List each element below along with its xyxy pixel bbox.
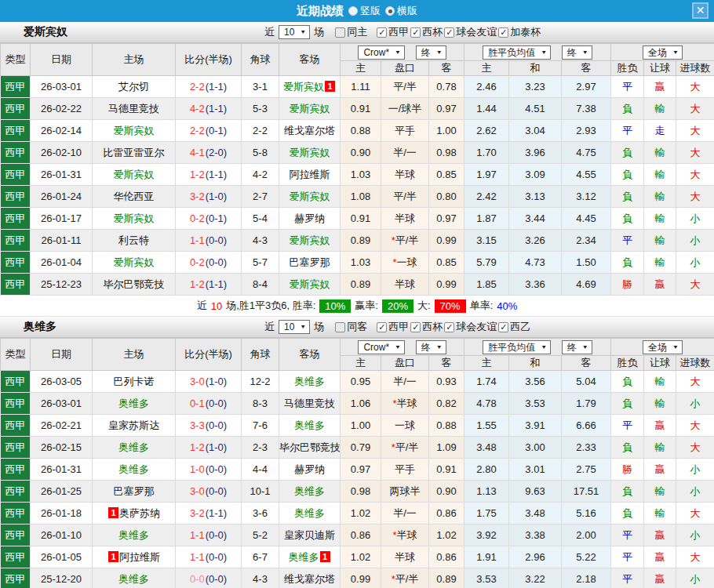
home-team-cell: 华伦西亚 [93, 186, 176, 208]
result-wl-cell: 勝 [611, 274, 644, 296]
halftime-score: (1-1) [206, 507, 227, 519]
fulltime-score: 3-0 [190, 376, 205, 387]
result-wl-cell: 平 [611, 415, 644, 437]
handicap-cell: 平/半 [381, 186, 429, 208]
bookmaker-select[interactable]: Crow*▼ [358, 340, 405, 354]
league-checkbox-segunda[interactable]: 西乙 [498, 320, 530, 334]
result-goals-cell: 大 [676, 98, 714, 120]
match-row: 西甲26-02-21皇家苏斯达3-3(0-0)7-6奥维多1.00一球0.881… [1, 415, 714, 437]
handicap-cell: *平/半 [381, 230, 429, 252]
odds-away-cell: 0.98 [429, 142, 464, 164]
odds-home-cell: 1.06 [341, 393, 381, 415]
result-handicap-cell: 輸 [644, 371, 676, 393]
league-checkbox-laliga[interactable]: 西甲 [377, 25, 409, 39]
odds-home-cell: 1.03 [341, 252, 381, 274]
away-team-name: 奥维多 [294, 376, 325, 387]
result-goals-cell: 大 [676, 274, 714, 296]
fulltime-score: 4-1 [190, 147, 205, 158]
same-venue-checkbox[interactable]: 同客 [335, 320, 367, 334]
final-odds-select[interactable]: 终▼ [416, 45, 446, 60]
corner-cell: 5-3 [242, 98, 279, 120]
result-wl-cell: 負 [611, 98, 644, 120]
final-value: 终 [421, 47, 431, 58]
wdl-draw-cell: 3.13 [509, 186, 562, 208]
league-cell: 西甲 [1, 208, 31, 230]
score-cell: 4-2(1-1) [176, 98, 242, 120]
odds-away-cell: 0.99 [429, 274, 464, 296]
wdl-draw-cell: 3.01 [509, 459, 562, 481]
score-cell: 1-1(0-0) [176, 546, 242, 568]
radio-icon [348, 6, 358, 16]
final-wdl-select[interactable]: 终▼ [562, 340, 592, 354]
home-team-name: 利云特 [118, 234, 149, 246]
away-team-cell: 巴塞罗那 [279, 252, 341, 274]
single-rate-label: 单率: [470, 299, 494, 313]
result-goals-cell: 大 [676, 76, 714, 98]
fulltime-score: 1-2 [190, 169, 205, 180]
close-button[interactable]: ✕ [692, 2, 709, 19]
corner-cell: 2-2 [242, 120, 279, 142]
odds-away-cell: 0.86 [429, 546, 464, 568]
result-wl-cell: 負 [611, 142, 644, 164]
league-checkbox-friendly[interactable]: 球会友谊 [444, 25, 497, 39]
handicap-cell: *平/半 [381, 437, 429, 459]
match-count-select[interactable]: 10 ▼ [279, 25, 310, 39]
halftime-score: (0-0) [206, 256, 227, 268]
radio-horizontal-label: 横版 [397, 4, 417, 18]
odds-away-cell: 0.78 [429, 76, 464, 98]
wdl-away-cell: 6.66 [562, 415, 611, 437]
match-row: 西甲26-02-15奥维多1-2(1-0)2-3毕尔巴鄂竞技0.79*平/半1.… [1, 437, 714, 459]
odds-home-cell: 0.79 [341, 437, 381, 459]
col-header-odds-home: 主 [341, 61, 381, 76]
league-label: 西甲 [388, 320, 409, 334]
league-checkbox-catalan[interactable]: 加泰杯 [498, 25, 541, 39]
league-checkbox-laliga[interactable]: 西甲 [377, 320, 409, 334]
match-row: 西甲26-01-04爱斯宾奴0-2(0-0)5-7巴塞罗那1.03*一球0.85… [1, 252, 714, 274]
date-cell: 26-01-05 [31, 546, 93, 568]
wdl-away-cell: 5.16 [562, 503, 611, 524]
odds-group-header: Crow*▼ 终▼ [341, 339, 464, 356]
fulltime-score: 1-2 [190, 278, 205, 290]
odds-home-cell: 0.91 [341, 98, 381, 120]
odds-home-cell: 0.90 [341, 142, 381, 164]
date-cell: 26-02-14 [31, 120, 93, 142]
match-count-select[interactable]: 10 ▼ [279, 320, 310, 334]
fulltime-score: 0-0 [190, 573, 205, 585]
col-header-wdl-away: 客 [562, 61, 611, 76]
away-team-name: 奥维多 [289, 551, 319, 563]
fulltime-score: 0-2 [190, 256, 205, 268]
radio-horizontal-layout[interactable]: 横版 [385, 4, 417, 18]
league-checkbox-friendly[interactable]: 球会友谊 [444, 320, 497, 334]
home-team-name: 爱斯宾奴 [114, 256, 155, 268]
wdl-avg-select[interactable]: 胜平负均值▼ [483, 45, 551, 60]
fulltime-score: 0-2 [190, 212, 205, 224]
away-team-cell: 阿拉维斯 [279, 164, 341, 186]
bookmaker-select[interactable]: Crow*▼ [358, 45, 405, 60]
score-cell: 1-2(1-1) [176, 164, 242, 186]
col-header-wdl-draw: 和 [509, 356, 562, 371]
fulltime-select[interactable]: 全场▼ [643, 45, 683, 60]
wdl-away-cell: 2.00 [562, 524, 611, 546]
result-goals-cell: 大 [676, 546, 714, 568]
league-checkbox-copa[interactable]: 西杯 [410, 320, 443, 334]
away-team-cell: 奥维多 [279, 503, 341, 524]
wdl-avg-select[interactable]: 胜平负均值▼ [483, 340, 551, 354]
date-cell: 26-01-25 [31, 481, 93, 503]
odds-away-cell: 0.80 [429, 186, 464, 208]
halftime-score: (1-0) [206, 191, 227, 202]
radio-vertical-layout[interactable]: 竖版 [348, 4, 381, 18]
home-team-cell: 奥维多 [93, 459, 176, 481]
same-venue-checkbox[interactable]: 同主 [335, 25, 367, 39]
fulltime-score: 1-1 [190, 551, 205, 563]
league-cell: 西甲 [1, 568, 31, 588]
wdl-draw-cell: 3.53 [509, 393, 562, 415]
final-odds-select[interactable]: 终▼ [416, 340, 446, 354]
final-wdl-select[interactable]: 终▼ [562, 45, 592, 60]
match-row: 西甲26-01-181奥萨苏纳3-2(1-1)3-6奥维多1.02半/一0.86… [1, 503, 714, 524]
league-checkbox-copa[interactable]: 西杯 [410, 25, 443, 39]
fulltime-score: 0-1 [190, 397, 205, 409]
wdl-home-cell: 1.85 [464, 274, 509, 296]
bookmaker-value: Crow* [363, 342, 389, 353]
fulltime-select[interactable]: 全场▼ [643, 340, 683, 354]
result-wl-cell: 負 [611, 503, 644, 524]
